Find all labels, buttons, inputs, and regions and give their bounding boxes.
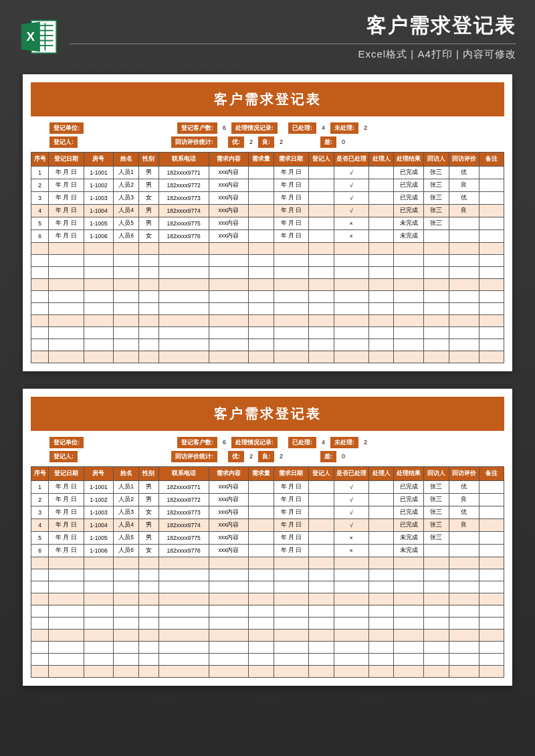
cell-name: 人员4 (114, 519, 138, 532)
cell-empty (334, 605, 368, 618)
cell-rdate: 年 月 日 (274, 481, 308, 494)
cell-name: 人员1 (114, 481, 138, 494)
table-row-empty (31, 581, 504, 593)
cell-empty (31, 593, 49, 605)
sheet-preview-2: 客户需求登记表 登记单位: 登记客户数: 6 处理情况记录: 已处理: 4 未处… (23, 389, 512, 686)
cell-empty (274, 569, 308, 581)
cell-rdate: 年 月 日 (274, 532, 308, 545)
cell-empty (84, 291, 114, 303)
cell-empty (449, 557, 479, 569)
summary-row-1: 登记单位: 登记客户数: 6 处理情况记录: 已处理: 4 未处理: 2 (31, 436, 504, 448)
cell-vis: 张三 (424, 481, 449, 494)
cell-qty (249, 545, 274, 557)
cell-empty (309, 339, 334, 351)
cell-res: 已完成 (394, 481, 424, 494)
cell-eval (449, 217, 479, 230)
good-label: 良: (258, 451, 274, 462)
cell-tel: 182xxxx9772 (158, 179, 209, 192)
col-header: 房号 (84, 153, 114, 167)
cell-empty (479, 666, 504, 678)
cell-empty (31, 267, 49, 279)
cell-empty (309, 618, 334, 630)
summary-row-2: 登记人: 回访评价统计: 优: 2 良: 2 差: 0 (31, 136, 504, 148)
cell-res: 已完成 (394, 179, 424, 192)
cell-empty (449, 303, 479, 315)
record-label: 处理情况记录: (231, 437, 278, 448)
cell-qty (249, 167, 274, 179)
cell-vis: 张三 (424, 494, 449, 506)
cell-empty (209, 642, 249, 654)
table-row: 2年 月 日1-1002人员2男182xxxx9772xxx内容年 月 日√已完… (31, 179, 504, 192)
cell-empty (449, 339, 479, 351)
cell-empty (114, 593, 138, 605)
cell-empty (479, 315, 504, 327)
col-header: 性别 (138, 153, 158, 167)
cell-empty (114, 605, 138, 618)
cell-empty (309, 255, 334, 267)
cell-empty (479, 291, 504, 303)
cell-empty (394, 267, 424, 279)
registrar-label: 登记人: (49, 451, 78, 462)
cell-empty (274, 315, 308, 327)
cell-reg (309, 167, 334, 179)
cell-empty (424, 339, 449, 351)
bad-label: 差: (320, 136, 336, 148)
cell-empty (368, 605, 393, 618)
cell-empty (274, 557, 308, 569)
cell-empty (114, 642, 138, 654)
cell-eval: 良 (449, 519, 479, 532)
cell-empty (114, 255, 138, 267)
col-header: 需求日期 (274, 153, 308, 167)
cell-empty (334, 303, 368, 315)
sub-title: Excel格式 | A4打印 | 内容可修改 (70, 43, 516, 61)
table-row-empty (31, 291, 504, 303)
table-row-empty (31, 569, 504, 581)
cell-note (479, 519, 504, 532)
cell-empty (84, 642, 114, 654)
cell-empty (334, 255, 368, 267)
excellent-value: 2 (244, 453, 258, 460)
sheets-container: 客户需求登记表 登记单位: 登记客户数: 6 处理情况记录: 已处理: 4 未处… (0, 70, 535, 704)
cell-empty (84, 581, 114, 593)
cell-empty (158, 642, 209, 654)
cell-empty (449, 654, 479, 666)
cell-empty (138, 557, 158, 569)
cell-empty (49, 243, 84, 255)
cell-rdate: 年 月 日 (274, 217, 308, 230)
cell-empty (274, 303, 308, 315)
cell-empty (249, 557, 274, 569)
cell-content: xxx内容 (209, 519, 249, 532)
cell-note (479, 205, 504, 217)
cell-empty (209, 593, 249, 605)
cell-seq: 4 (31, 205, 49, 217)
cell-empty (138, 351, 158, 363)
unit-label: 登记单位: (49, 122, 84, 134)
col-header: 处理人 (368, 153, 393, 167)
cell-empty (209, 666, 249, 678)
cell-tel: 182xxxx9771 (158, 481, 209, 494)
cell-empty (49, 339, 84, 351)
cell-empty (368, 279, 393, 291)
cell-tel: 182xxxx9774 (158, 205, 209, 217)
col-header: 需求内容 (209, 153, 249, 167)
cell-content: xxx内容 (209, 532, 249, 545)
cell-sex: 男 (138, 167, 158, 179)
cell-res: 已完成 (394, 494, 424, 506)
cell-empty (274, 593, 308, 605)
table-row: 4年 月 日1-1004人员4男182xxxx9774xxx内容年 月 日√已完… (31, 519, 504, 532)
cell-empty (479, 267, 504, 279)
cell-empty (368, 255, 393, 267)
cell-empty (209, 255, 249, 267)
cell-empty (114, 618, 138, 630)
bad-value: 0 (336, 138, 350, 145)
cell-empty (424, 618, 449, 630)
cell-room: 1-1001 (84, 167, 114, 179)
cell-empty (309, 630, 334, 642)
cell-empty (138, 303, 158, 315)
table-row: 4年 月 日1-1004人员4男182xxxx9774xxx内容年 月 日√已完… (31, 205, 504, 217)
cell-sex: 女 (138, 506, 158, 519)
cell-empty (209, 315, 249, 327)
cell-empty (309, 303, 334, 315)
cell-seq: 1 (31, 481, 49, 494)
cell-res: 已完成 (394, 519, 424, 532)
